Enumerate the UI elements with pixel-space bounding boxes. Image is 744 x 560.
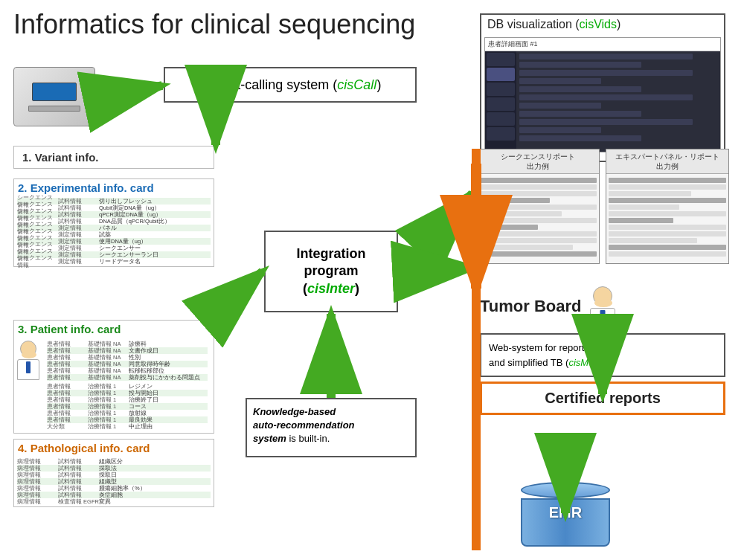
variant-calling-label: Variant-calling system (cisCall) [199, 77, 382, 93]
db-viz-screenshot: 患者詳細画面 #1 [484, 37, 721, 152]
content-row-2 [519, 62, 641, 68]
db-viz-inner-title: 患者詳細画面 #1 [485, 38, 720, 51]
sidebar-item-3 [487, 83, 515, 96]
path-rows: 病理情報試料情報組織区分 病理情報試料情報採取法 病理情報試料情報採取日 病理情… [14, 457, 214, 506]
sequence-report-title: シークエンスリポート出力例 [477, 149, 599, 174]
expert-line-12 [609, 251, 726, 257]
db-visualization-box: DB visualization (cisVids) 患者詳細画面 #1 [480, 13, 725, 162]
expert-line-10 [609, 238, 697, 243]
experimental-rows: シークエンス情報試料情報切り出しフレッシュ シークエンス情報試料情報Qubit測… [14, 196, 214, 266]
expert-line-8 [609, 225, 726, 230]
arrow-sections-to-integration [216, 271, 263, 312]
expert-line-7 [609, 218, 673, 223]
content-row-7 [519, 103, 601, 109]
variant-title: 1. Variant info. [19, 149, 209, 166]
expert-line-5 [609, 205, 679, 210]
pat-row-5: 患者情報基礎情報 NA薬剤投与にかかわる問題点 [47, 374, 208, 381]
report-line-10 [479, 238, 597, 243]
pat-row-12: 大分類治療情報 1中止理由 [47, 423, 208, 430]
cylinder-body: EMR [521, 498, 610, 547]
sidebar-item-6 [487, 127, 515, 141]
exp-row-9: シークエンス情報測定情報リードデータ名 [17, 258, 211, 265]
expert-report-content [606, 174, 728, 263]
arrow-integration-to-reports [400, 193, 472, 271]
expert-line-3 [609, 191, 691, 196]
path-title: 4. Pathological info. card [14, 440, 214, 457]
report-line-12 [479, 251, 597, 257]
cismedi-label: Web-system for report editingand simplif… [489, 342, 615, 368]
db-viz-system-name: cisVids [580, 18, 617, 30]
report-line-3 [479, 191, 597, 196]
page-title: Informatics for clinical sequencing [13, 9, 415, 40]
variant-info-card: 1. Variant info. [13, 146, 214, 169]
report-line-4 [479, 198, 550, 203]
knowledge-based-box: Knowledge-basedauto-recommendationsystem… [246, 398, 417, 457]
cismedi-system-name: cisMedi [568, 357, 601, 368]
tumor-board-title: Tumor Board [480, 297, 581, 316]
integration-program-box: Integrationprogram(cisInter) [264, 231, 398, 312]
report-line-11 [479, 245, 573, 250]
db-viz-sidebar [485, 51, 516, 152]
expert-report-title: エキスパートパネル・リポート出力例 [606, 149, 728, 174]
report-line-5 [479, 205, 597, 210]
report-line-8 [479, 225, 538, 230]
report-line-7 [479, 218, 597, 223]
doctor-figure [17, 341, 39, 380]
content-row-1 [519, 54, 693, 59]
db-viz-title: DB visualization (cisVids) [481, 15, 724, 34]
report-line-1 [479, 178, 597, 183]
patient-info-card: 3. Patient info. card 患者情報基礎情報 NA診療科 患者情… [13, 320, 214, 434]
report-line-2 [479, 184, 597, 190]
variant-calling-box: Variant-calling system (cisCall) [164, 67, 417, 103]
expert-line-1 [609, 178, 726, 183]
tumor-board-section: Tumor Board Web-system for report editin… [480, 286, 725, 419]
content-row-11 [519, 135, 641, 141]
content-row-8 [519, 111, 641, 117]
experimental-info-card: 2. Experimental info. card シークエンス情報試料情報切… [13, 178, 214, 267]
emr-label: EMR [522, 504, 609, 521]
sidebar-item-1 [487, 53, 515, 66]
report-line-9 [479, 231, 597, 236]
sequence-report-content [477, 174, 599, 263]
sidebar-item-2 [487, 68, 515, 81]
emr-section: EMR [517, 482, 614, 547]
expert-line-9 [609, 231, 726, 236]
arrow-integration-to-tumor [400, 268, 472, 271]
certified-reports-label: Certified reports [545, 390, 661, 406]
patient-title: 3. Patient info. card [14, 321, 214, 338]
content-row-10 [519, 127, 601, 133]
expert-line-4 [609, 198, 726, 203]
sequencer-machine [13, 67, 110, 134]
integration-label: Integrationprogram(cisInter) [297, 245, 366, 297]
content-row-4 [519, 78, 601, 84]
cylinder-top [521, 482, 610, 498]
cismedi-box: Web-system for report editingand simplif… [480, 333, 725, 377]
report-panels-area: シークエンスリポート出力例 エキスパートパネル・リポート出力例 [476, 149, 729, 264]
content-row-6 [519, 94, 693, 100]
content-row-5 [519, 86, 641, 92]
certified-reports-box: Certified reports [480, 382, 725, 415]
sidebar-item-5 [487, 112, 515, 126]
sidebar-item-4 [487, 97, 515, 111]
arrow-machine-to-variant [110, 86, 162, 97]
pathological-info-card: 4. Pathological info. card 病理情報試料情報組織区分 … [13, 439, 214, 507]
content-row-3 [519, 70, 693, 76]
content-row-9 [519, 119, 693, 125]
report-line-6 [479, 211, 562, 216]
expert-line-11 [609, 245, 726, 250]
path-row-6: 病理情報検査情報 EGFR変異 [17, 498, 211, 505]
expert-report-panel: エキスパートパネル・リポート出力例 [606, 149, 729, 264]
sequence-report-panel: シークエンスリポート出力例 [476, 149, 600, 264]
tumor-board-doctor [590, 286, 615, 329]
db-viz-content [516, 51, 720, 152]
expert-line-6 [609, 211, 726, 216]
expert-line-2 [609, 184, 726, 190]
knowledge-label: Knowledge-basedauto-recommendationsystem [253, 406, 355, 444]
patient-rows: 患者情報基礎情報 NA診療科 患者情報基礎情報 NA文書作成日 患者情報基礎情報… [44, 339, 211, 431]
